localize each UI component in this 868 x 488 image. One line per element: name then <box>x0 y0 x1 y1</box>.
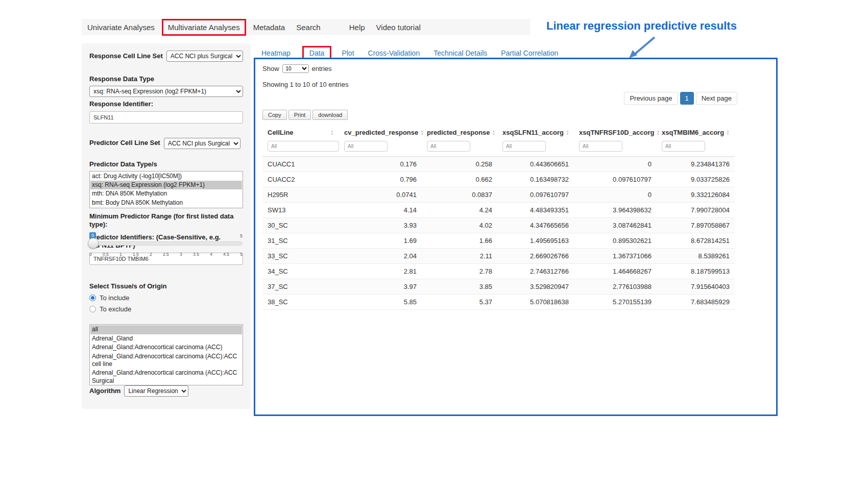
value-cell: 4.14 <box>339 203 422 218</box>
algorithm-row: Algorithm Linear Regression <box>89 385 243 397</box>
table-row[interactable]: 33_SC2.042.112.6690267661.3673710668.538… <box>262 249 735 264</box>
filter-input-xsqtnfrsf10d-accorg[interactable] <box>579 141 622 152</box>
sort-icon: ▲▼ <box>330 130 334 136</box>
column-header-predicted-response[interactable]: predicted_response▲▼ <box>422 125 497 140</box>
cell-line-cell: 37_SC <box>262 279 339 295</box>
previous-page-button[interactable]: Previous page <box>624 92 678 105</box>
slider-track[interactable] <box>89 241 243 246</box>
algorithm-label: Algorithm <box>89 387 120 395</box>
tissue-origin-label: Select Tissue/s of Origin <box>89 282 243 290</box>
filter-input-predicted-response[interactable] <box>427 141 470 152</box>
response-cell-line-set-select[interactable]: ACC NCI plus Surgical <box>166 51 243 62</box>
table-row[interactable]: 31_SC1.691.661.4956951630.8953026218.672… <box>262 233 735 249</box>
nav-item-search[interactable]: Search <box>291 23 326 32</box>
predictor-data-type-option[interactable]: mth: DNA 850K Methylation <box>90 189 242 198</box>
value-cell: 8.187599513 <box>657 264 735 279</box>
table-row[interactable]: SW134.144.244.4834933513.9643986327.9907… <box>262 203 735 218</box>
entries-select[interactable]: 10 <box>282 64 309 73</box>
filter-cell <box>422 140 497 157</box>
tissue-option[interactable]: Adrenal_Gland:Adrenocortical carcinoma (… <box>90 343 242 352</box>
response-data-type-select[interactable]: xsq: RNA-seq Expression (log2 FPKM+1) <box>89 86 243 97</box>
predictor-cell-line-set-select[interactable]: ACC NCI plus Surgical <box>164 138 240 149</box>
slider-tick-label: 1 <box>119 252 122 257</box>
predictor-data-type-option[interactable]: bmt: Body DNA 850K Methylation <box>90 199 242 207</box>
sort-down-icon: ▼ <box>656 133 660 136</box>
download-button[interactable]: download <box>312 110 348 120</box>
tab-cross-validation[interactable]: Cross-Validation <box>368 49 420 57</box>
nav-item-metadata[interactable]: Metadata <box>248 23 291 32</box>
column-header-cellline[interactable]: CellLine▲▼ <box>262 125 339 140</box>
predictor-data-type-list[interactable]: act: Drug Activity (-log10[IC50M])xsq: R… <box>89 171 243 208</box>
tab-technical-details[interactable]: Technical Details <box>433 49 487 57</box>
table-row[interactable]: 37_SC3.973.853.5298209472.7761039887.915… <box>262 279 735 295</box>
value-cell: 2.776103988 <box>574 279 657 295</box>
slider-max-label: 5 <box>240 233 243 238</box>
table-row[interactable]: 38_SC5.855.375.0708186385.2701551397.683… <box>262 295 735 310</box>
tab-partial-correlation[interactable]: Partial Correlation <box>501 49 558 57</box>
table-row[interactable]: 34_SC2.812.782.7463127661.4646682678.187… <box>262 264 735 279</box>
results-panel: Show 10 entries Showing 1 to 10 of 10 en… <box>254 58 778 416</box>
tissue-option[interactable]: Adrenal_Gland <box>90 334 242 343</box>
filter-input-cv-predicted-response[interactable] <box>344 141 388 152</box>
current-page-button[interactable]: 1 <box>680 92 694 105</box>
slider-tick-label: 2 <box>150 252 152 257</box>
filter-cell <box>497 140 574 157</box>
tissue-radio-to-exclude[interactable]: To exclude <box>89 305 243 313</box>
pagination: Previous page 1 Next page <box>262 91 737 105</box>
table-row[interactable]: CUACC10.1760.2580.44360665109.234841376 <box>262 157 735 172</box>
sort-down-icon: ▼ <box>330 133 334 136</box>
value-cell: 2.81 <box>339 264 422 279</box>
next-page-button[interactable]: Next page <box>696 92 737 105</box>
value-cell: 0.163498732 <box>497 172 574 187</box>
predictor-data-type-label: Predictor Data Type/s <box>89 160 243 168</box>
predictor-data-type-option[interactable]: xsq: RNA-seq Expression (log2 FPKM+1) <box>90 181 242 189</box>
value-cell: 0.0741 <box>339 187 422 203</box>
print-button[interactable]: Print <box>288 110 311 120</box>
slider-tick-label: 4 <box>210 252 212 257</box>
tab-heatmap[interactable]: Heatmap <box>261 49 291 57</box>
results-table: CellLine▲▼cv_predicted_response▲▼predict… <box>262 125 735 310</box>
predictor-data-type-option[interactable]: act: Drug Activity (-log10[IC50M]) <box>90 172 242 181</box>
tissue-option[interactable]: all <box>90 325 242 334</box>
filter-input-xsqslfn11-accorg[interactable] <box>502 141 546 152</box>
nav-item-video-tutorial[interactable]: Video tutorial <box>371 23 426 32</box>
slider-handle[interactable] <box>88 238 99 249</box>
column-header-cv-predicted-response[interactable]: cv_predicted_response▲▼ <box>339 125 422 140</box>
value-cell: 2.669026766 <box>497 249 574 264</box>
algorithm-select[interactable]: Linear Regression <box>124 385 188 397</box>
value-cell: 5.85 <box>339 295 422 310</box>
tissue-option[interactable]: Adrenal_Gland:Adrenocortical carcinoma (… <box>90 352 242 369</box>
table-row[interactable]: 30_SC3.934.024.3476656563.0874628417.897… <box>262 218 735 233</box>
tissue-radio-group: To includeTo exclude <box>89 290 243 313</box>
cell-line-cell: 31_SC <box>262 233 339 249</box>
radio-label: To exclude <box>100 305 131 313</box>
response-cell-line-set-label: Response Cell Line Set <box>89 52 163 60</box>
column-header-xsqtmbim6-accorg[interactable]: xsqTMBIM6_accorg▲▼ <box>657 125 735 140</box>
table-header-row: CellLine▲▼cv_predicted_response▲▼predict… <box>262 125 735 140</box>
radio-icon <box>89 295 96 301</box>
sort-down-icon: ▼ <box>492 133 496 136</box>
slider-tick-label: 0.5 <box>103 252 109 257</box>
copy-button[interactable]: Copy <box>262 110 287 120</box>
tab-plot[interactable]: Plot <box>342 49 354 57</box>
predictor-cell-line-set-row: Predictor Cell Line Set ACC NCI plus Sur… <box>89 138 243 149</box>
column-label: predicted_response <box>427 129 490 136</box>
nav-item-univariate-analyses[interactable]: Univariate Analyses <box>82 23 160 32</box>
table-row[interactable]: CUACC20.7960.6620.1634987320.0976107979.… <box>262 172 735 187</box>
nav-item-help[interactable]: Help <box>344 23 371 32</box>
value-cell: 0.895302621 <box>574 233 657 249</box>
tissue-radio-to-include[interactable]: To include <box>89 294 243 302</box>
slider-tick-label: 1.5 <box>133 252 139 257</box>
entries-label: entries <box>312 65 332 72</box>
filter-input-xsqtmbim6-accorg[interactable] <box>662 141 705 152</box>
column-header-xsqslfn11-accorg[interactable]: xsqSLFN11_accorg▲▼ <box>497 125 574 140</box>
value-cell: 3.087462841 <box>574 218 657 233</box>
tissue-option[interactable]: Adrenal_Gland:Adrenocortical carcinoma (… <box>90 369 242 385</box>
response-identifier-input[interactable] <box>89 111 243 124</box>
table-row[interactable]: H295R0.07410.08370.09761079709.332126084 <box>262 187 735 203</box>
column-header-xsqtnfrsf10d-accorg[interactable]: xsqTNFRSF10D_accorg▲▼ <box>574 125 657 140</box>
filter-cell <box>262 140 339 157</box>
tissue-list[interactable]: allAdrenal_GlandAdrenal_Gland:Adrenocort… <box>89 324 243 385</box>
nav-item-multivariate-analyses[interactable]: Multivariate Analyses <box>162 19 246 36</box>
filter-input-cellline[interactable] <box>268 141 339 152</box>
